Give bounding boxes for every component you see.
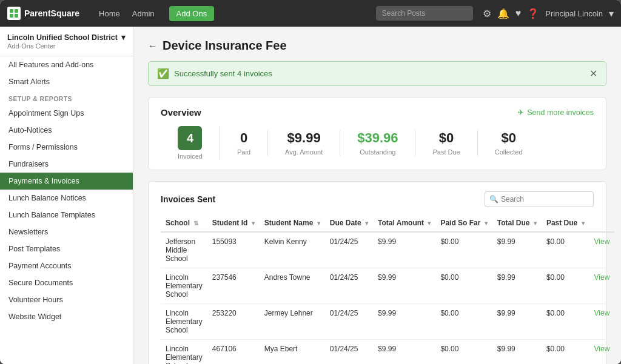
total-due-sort-icon[interactable]: ▾ [534,220,537,227]
view-link-1[interactable]: View [594,273,610,282]
table-row: Lincoln Elementary School 237546 Andres … [161,268,614,304]
user-menu[interactable]: Principal Lincoln [545,9,603,18]
student-name-sort-icon[interactable]: ▾ [317,220,320,227]
sidebar-item-newsletters[interactable]: Newsletters [0,223,133,240]
add-ons-button[interactable]: Add Ons [169,6,215,21]
filter-icon[interactable]: ⚙ [483,8,491,19]
school-sort-icon[interactable]: ⇅ [193,220,198,227]
logo-icon [7,7,21,20]
sidebar-item-forms-permissions[interactable]: Forms / Permissions [0,139,133,156]
cell-student-name-3: Mya Ebert [260,340,325,365]
cell-paid-so-far-3: $0.00 [435,340,492,365]
logo: ParentSquare [7,7,79,20]
back-button[interactable]: ← [148,41,158,51]
student-id-sort-icon[interactable]: ▾ [252,220,255,227]
sidebar-item-volunteer-hours[interactable]: Volunteer Hours [0,291,133,308]
cell-student-name-0: Kelvin Kenny [260,232,325,268]
overview-title: Overview [161,107,201,117]
sidebar-item-fundraisers[interactable]: Fundraisers [0,156,133,173]
help-icon[interactable]: ❓ [527,8,539,19]
outstanding-value: $39.96 [357,130,398,146]
nav-icons: ⚙ 🔔 ♥ ❓ Principal Lincoln ▾ [483,8,614,19]
cell-student-id-2: 253220 [207,304,260,340]
stat-paid: 0 Paid [220,130,268,156]
close-banner-button[interactable]: ✕ [589,68,597,79]
sidebar-item-payments-invoices[interactable]: Payments & Invoices [0,173,133,190]
heart-icon[interactable]: ♥ [515,8,522,19]
cell-action-0[interactable]: View [589,232,615,268]
cell-action-3[interactable]: View [589,340,615,365]
stat-outstanding: $39.96 Outstanding [340,130,415,156]
cell-action-2[interactable]: View [589,304,615,340]
cell-total-due-3: $9.99 [492,340,542,365]
sidebar-item-payment-accounts[interactable]: Payment Accounts [0,257,133,274]
cell-action-1[interactable]: View [589,268,615,304]
view-link-2[interactable]: View [594,309,610,317]
cell-past-due-1: $0.00 [542,268,589,304]
sidebar-item-website-widget[interactable]: Website Widget [0,308,133,325]
cell-past-due-0: $0.00 [542,232,589,268]
cell-past-due-2: $0.00 [542,304,589,340]
sidebar-district: Lincoln Unified School District ▾ [7,33,126,42]
district-dropdown-icon[interactable]: ▾ [121,33,126,42]
cell-student-id-0: 155093 [207,232,260,268]
search-wrap: 🔍 [485,191,594,207]
sidebar-item-post-templates[interactable]: Post Templates [0,240,133,257]
search-icon: 🔍 [489,195,498,204]
cell-due-date-0: 01/24/25 [325,232,373,268]
due-date-sort-icon[interactable]: ▾ [365,220,368,227]
nav-admin[interactable]: Admin [127,7,159,21]
invoiced-label: Invoiced [178,153,203,160]
bell-icon[interactable]: 🔔 [497,8,509,19]
svg-rect-3 [15,14,18,18]
view-link-0[interactable]: View [594,237,610,246]
cell-school-0: Jefferson Middle School [161,232,207,268]
overview-section: Overview ✈ Send more invoices 4 Invoiced… [148,97,606,170]
invoiced-value: 4 [178,126,202,150]
cell-school-2: Lincoln Elementary School [161,304,207,340]
cell-past-due-3: $0.00 [542,340,589,365]
total-amount-sort-icon[interactable]: ▾ [428,220,431,227]
col-total-amount: Total Amount ▾ [373,214,435,232]
sidebar-item-all-features[interactable]: All Features and Add-ons [0,56,133,73]
paid-so-far-sort-icon[interactable]: ▾ [485,220,488,227]
user-dropdown-icon[interactable]: ▾ [609,8,614,19]
invoices-section: Invoices Sent 🔍 School ⇅ Student Id ▾ St… [148,181,606,364]
cell-total-amount-0: $9.99 [373,232,435,268]
send-icon: ✈ [517,108,524,117]
sidebar-item-lunch-balance-notices[interactable]: Lunch Balance Notices [0,190,133,207]
col-past-due: Past Due ▾ [542,214,589,232]
view-link-3[interactable]: View [594,345,610,353]
cell-student-id-1: 237546 [207,268,260,304]
send-more-invoices-button[interactable]: ✈ Send more invoices [517,108,594,117]
outstanding-label: Outstanding [357,148,398,156]
col-action [589,214,615,232]
col-student-name: Student Name ▾ [260,214,325,232]
stat-collected: $0 Collected [478,130,540,156]
invoices-tbody: Jefferson Middle School 155093 Kelvin Ke… [161,232,614,364]
sidebar-item-auto-notices[interactable]: Auto-Notices [0,122,133,139]
nav-home[interactable]: Home [94,7,125,21]
sidebar-item-secure-documents[interactable]: Secure Documents [0,274,133,291]
sidebar-item-smart-alerts[interactable]: Smart Alerts [0,73,133,90]
invoices-table: School ⇅ Student Id ▾ Student Name ▾ Due… [161,214,614,364]
cell-total-amount-1: $9.99 [373,268,435,304]
invoices-title: Invoices Sent [161,194,215,204]
sidebar-item-appointment-sign-ups[interactable]: Appointment Sign Ups [0,105,133,122]
sidebar-item-lunch-balance-templates[interactable]: Lunch Balance Templates [0,207,133,223]
invoices-search-input[interactable] [485,191,594,207]
search-posts-input[interactable] [376,6,473,21]
overview-stats: 4 Invoiced 0 Paid $9.99 Avg. Amount $39.… [161,126,594,160]
stat-past-due: $0 Past Due [415,130,477,156]
cell-total-due-1: $9.99 [492,268,542,304]
success-icon: ✅ [157,68,169,79]
table-row: Jefferson Middle School 155093 Kelvin Ke… [161,232,614,268]
avg-amount-value: $9.99 [285,130,323,146]
cell-due-date-3: 01/24/25 [325,340,373,365]
cell-due-date-1: 01/24/25 [325,268,373,304]
success-text: ✅ Successfully sent 4 invoices [157,68,272,79]
svg-rect-2 [10,14,13,18]
collected-value: $0 [495,130,523,146]
past-due-sort-icon[interactable]: ▾ [582,220,585,227]
stat-avg-amount: $9.99 Avg. Amount [268,130,340,156]
